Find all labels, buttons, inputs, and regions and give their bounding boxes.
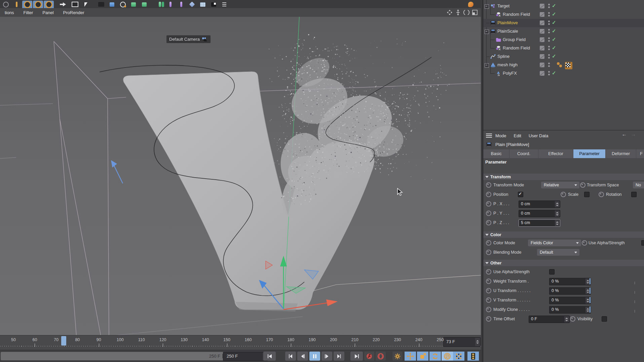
om-item-spline[interactable]: Spline✓ bbox=[483, 52, 644, 61]
layer-tag[interactable] bbox=[540, 12, 544, 17]
group-other[interactable]: Other bbox=[483, 260, 644, 266]
om-item-random-field[interactable]: Random Field✓ bbox=[483, 10, 644, 19]
key-pla-button[interactable] bbox=[453, 352, 464, 361]
visibility-dots[interactable] bbox=[548, 4, 550, 8]
previous-frame-button[interactable] bbox=[297, 352, 308, 361]
anim-dot[interactable] bbox=[580, 182, 585, 188]
menu-filter[interactable]: Filter bbox=[18, 10, 38, 15]
py-input[interactable]: 0 cm bbox=[519, 210, 560, 217]
panel-divider[interactable] bbox=[483, 130, 644, 131]
am-menu-edit[interactable]: Edit bbox=[514, 133, 521, 138]
group-transform[interactable]: Transform bbox=[483, 174, 644, 180]
layer-tag[interactable] bbox=[540, 63, 544, 67]
render-dark-icon[interactable] bbox=[96, 1, 106, 8]
pill-deformer-icon[interactable] bbox=[165, 1, 176, 8]
expand-toggle[interactable] bbox=[485, 63, 489, 68]
visibility-dots[interactable] bbox=[548, 21, 550, 25]
material-bw-icon[interactable] bbox=[209, 1, 219, 8]
layer-tag[interactable] bbox=[540, 54, 544, 59]
capsule-pair-icon[interactable] bbox=[155, 1, 165, 8]
enabled-check-icon[interactable]: ✓ bbox=[552, 45, 556, 51]
go-to-start-button[interactable] bbox=[263, 352, 276, 361]
visibility-dots[interactable] bbox=[548, 37, 550, 42]
tab-parameter[interactable]: Parameter bbox=[573, 149, 606, 158]
anim-dot[interactable] bbox=[486, 316, 491, 322]
enabled-check-icon[interactable]: ✓ bbox=[552, 28, 556, 34]
animation-film-button[interactable] bbox=[467, 352, 479, 361]
anim-dot[interactable] bbox=[486, 201, 491, 207]
anim-dot[interactable] bbox=[486, 220, 491, 225]
view-window-icon[interactable] bbox=[70, 1, 80, 8]
color-mode-dropdown[interactable]: Fields Color bbox=[528, 240, 581, 246]
position-checkbox[interactable] bbox=[518, 192, 523, 197]
visibility-dots[interactable] bbox=[548, 54, 550, 59]
v-transform-slider[interactable] bbox=[590, 297, 644, 303]
key-parameter-button[interactable]: P bbox=[442, 352, 453, 361]
expand-toggle[interactable] bbox=[485, 30, 489, 34]
anim-dot[interactable] bbox=[486, 269, 491, 275]
blending-mode-dropdown[interactable]: Default bbox=[537, 249, 579, 256]
menu-prorender[interactable]: ProRender bbox=[59, 10, 89, 15]
visibility-dots[interactable] bbox=[548, 29, 550, 34]
axis-key-icon[interactable] bbox=[11, 1, 22, 8]
next-key-button[interactable] bbox=[334, 352, 344, 361]
anim-dot[interactable] bbox=[486, 297, 491, 303]
anim-dot[interactable] bbox=[486, 307, 491, 312]
pz-input[interactable]: 5 cm bbox=[519, 219, 560, 227]
om-item-mesh-high[interactable]: mesh high bbox=[483, 61, 644, 69]
keyframe-selection-button[interactable] bbox=[392, 352, 403, 361]
enabled-check-icon[interactable]: ✓ bbox=[552, 3, 556, 9]
anim-dot[interactable] bbox=[486, 211, 491, 216]
layer-tag[interactable] bbox=[540, 37, 544, 42]
enabled-check-icon[interactable]: ✓ bbox=[552, 53, 556, 59]
gem-deformer-icon[interactable] bbox=[187, 1, 197, 8]
tab-coord[interactable]: Coord. bbox=[509, 149, 538, 158]
px-input[interactable]: 0 cm bbox=[519, 201, 560, 208]
mode-circle-icon[interactable] bbox=[1, 1, 11, 8]
layer-tag[interactable] bbox=[540, 21, 544, 25]
anim-dot[interactable] bbox=[599, 192, 604, 197]
anim-dot[interactable] bbox=[486, 182, 491, 188]
end-frame-field[interactable]: 250 F bbox=[223, 352, 268, 361]
anim-dot[interactable] bbox=[486, 279, 491, 284]
anim-dot[interactable] bbox=[486, 192, 491, 197]
visibility-dots[interactable] bbox=[548, 46, 550, 50]
weight-transform-input[interactable]: 0 % bbox=[549, 278, 591, 285]
paint-brush-icon[interactable] bbox=[466, 1, 476, 8]
layer-list-icon[interactable] bbox=[219, 1, 229, 8]
key-scale-button[interactable] bbox=[417, 352, 428, 361]
sweep-ring-icon[interactable] bbox=[118, 1, 128, 8]
om-item-plainscale[interactable]: PlainScale✓ bbox=[483, 27, 644, 36]
om-item-random-field[interactable]: Random Field✓ bbox=[483, 44, 644, 52]
group-color[interactable]: Color bbox=[483, 231, 644, 238]
am-menu-userdata[interactable]: User Data bbox=[529, 133, 548, 138]
enabled-check-icon[interactable]: ✓ bbox=[552, 20, 556, 26]
om-item-group-field[interactable]: Group Field✓ bbox=[483, 36, 644, 44]
layer-tag[interactable] bbox=[540, 46, 544, 50]
rotate-view-icon[interactable] bbox=[463, 9, 470, 16]
modify-clone-input[interactable]: 0 % bbox=[549, 306, 591, 314]
anim-dot[interactable] bbox=[582, 240, 587, 246]
cube-tool-icon[interactable] bbox=[107, 1, 117, 8]
pan-view-icon[interactable] bbox=[446, 9, 453, 16]
hamburger-menu-icon[interactable] bbox=[486, 134, 492, 138]
timeline-ruler[interactable]: 73 F 50607080901001101201301401501601701… bbox=[0, 335, 481, 350]
use-alpha-checkbox[interactable] bbox=[641, 240, 644, 246]
history-forward-icon[interactable]: → bbox=[631, 131, 636, 137]
instance-cube-icon[interactable] bbox=[128, 1, 139, 8]
u-transform-input[interactable]: 0 % bbox=[549, 287, 591, 295]
v-transform-input[interactable]: 0 % bbox=[549, 297, 591, 304]
weight-transform-slider[interactable] bbox=[590, 278, 644, 284]
maximize-view-icon[interactable] bbox=[471, 9, 478, 16]
key-rotation-button[interactable] bbox=[429, 352, 441, 361]
texture-tag-icon[interactable] bbox=[565, 62, 572, 69]
magnet-on-icon[interactable] bbox=[22, 1, 32, 8]
enabled-check-icon[interactable]: ✓ bbox=[552, 70, 556, 76]
record-keyframe-button[interactable] bbox=[364, 352, 374, 361]
array-cube-icon[interactable] bbox=[139, 1, 149, 8]
tab-deformer[interactable]: Deformer bbox=[606, 149, 636, 158]
frame-spinner[interactable] bbox=[475, 338, 480, 346]
menu-panel[interactable]: Panel bbox=[38, 10, 58, 15]
scale-checkbox[interactable] bbox=[584, 192, 590, 197]
autokeying-button[interactable] bbox=[376, 352, 386, 361]
